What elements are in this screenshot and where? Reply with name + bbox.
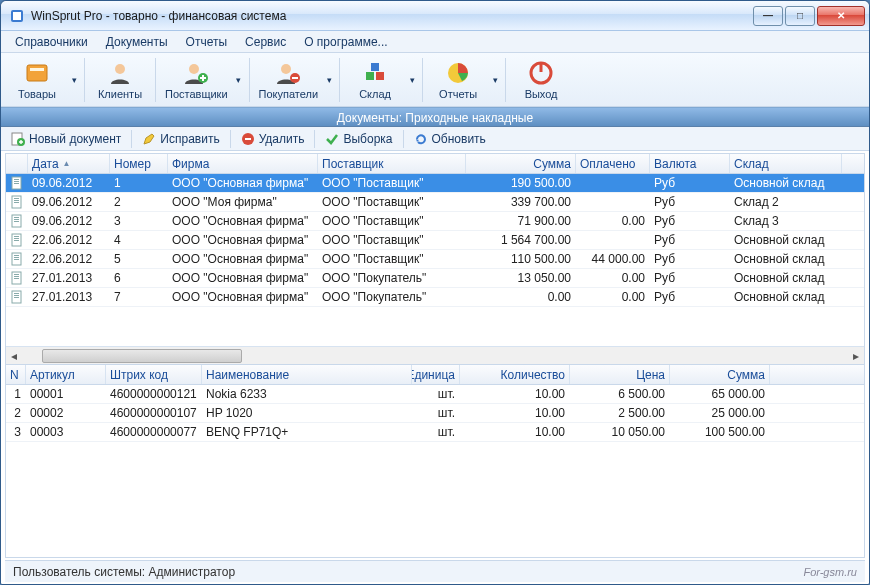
toolbar-goods[interactable]: Товары (5, 55, 69, 105)
toolbar-buyers-dropdown[interactable]: ▾ (322, 55, 336, 105)
edit-label: Исправить (160, 132, 219, 146)
items-grid-header: N Артикул Штрих код Наименование Единица… (6, 365, 864, 385)
svg-rect-45 (14, 297, 19, 298)
cell-date: 09.06.2012 (28, 175, 110, 191)
col-supplier[interactable]: Поставщик (318, 154, 466, 173)
col-unit[interactable]: Единица (412, 365, 460, 384)
refresh-button[interactable]: Обновить (408, 130, 492, 148)
scroll-thumb[interactable] (42, 349, 242, 363)
close-button[interactable]: ✕ (817, 6, 865, 26)
svg-rect-36 (14, 257, 19, 258)
table-row[interactable]: 27.01.20137ООО "Основная фирма"ООО "Поку… (6, 288, 864, 307)
window-title: WinSprut Pro - товарно - финансовая сист… (31, 9, 751, 23)
power-icon (528, 60, 554, 86)
col-sum[interactable]: Сумма (466, 154, 576, 173)
delete-button[interactable]: Удалить (235, 130, 311, 148)
goods-icon (24, 60, 50, 86)
cell-paid: 44 000.00 (576, 251, 650, 267)
col-warehouse[interactable]: Склад (730, 154, 842, 173)
col-price[interactable]: Цена (570, 365, 670, 384)
edit-button[interactable]: Исправить (136, 130, 225, 148)
cell-article: 00003 (26, 424, 106, 440)
cell-currency: Руб (650, 251, 730, 267)
menu-servis[interactable]: Сервис (237, 33, 294, 51)
person-icon (107, 60, 133, 86)
cell-number: 2 (110, 194, 168, 210)
col-n[interactable]: N (6, 365, 26, 384)
table-row[interactable]: 2000024600000000107HP 1020шт.10.002 500.… (6, 404, 864, 423)
cell-currency: Руб (650, 289, 730, 305)
col-number[interactable]: Номер (110, 154, 168, 173)
table-row[interactable]: 22.06.20125ООО "Основная фирма"ООО "Пост… (6, 250, 864, 269)
toolbar-vendors-dropdown[interactable]: ▾ (232, 55, 246, 105)
cell-currency: Руб (650, 175, 730, 191)
col-qty[interactable]: Количество (460, 365, 570, 384)
col-icon[interactable] (6, 154, 28, 173)
table-row[interactable]: 09.06.20121ООО "Основная фирма"ООО "Пост… (6, 174, 864, 193)
toolbar-reports-label: Отчеты (439, 88, 477, 100)
documents-h-scrollbar[interactable]: ◂ ▸ (6, 346, 864, 364)
table-row[interactable]: 09.06.20122ООО "Моя фирма"ООО "Поставщик… (6, 193, 864, 212)
delete-label: Удалить (259, 132, 305, 146)
menu-documenty[interactable]: Документы (98, 33, 176, 51)
cell-barcode: 4600000000107 (106, 405, 202, 421)
cell-sum: 13 050.00 (466, 270, 576, 286)
cell-n: 1 (6, 386, 26, 402)
cell-number: 5 (110, 251, 168, 267)
toolbar-goods-dropdown[interactable]: ▾ (67, 55, 81, 105)
toolbar-vendors[interactable]: Поставщики (159, 55, 234, 105)
toolbar-buyers[interactable]: Покупатели (253, 55, 325, 105)
cell-number: 1 (110, 175, 168, 191)
toolbar-stock-dropdown[interactable]: ▾ (405, 55, 419, 105)
cell-firm: ООО "Основная фирма" (168, 213, 318, 229)
svg-rect-39 (14, 274, 19, 275)
scroll-right-icon[interactable]: ▸ (848, 348, 864, 364)
table-row[interactable]: 1000014600000000121Nokia 6233шт.10.006 5… (6, 385, 864, 404)
toolbar-reports-dropdown[interactable]: ▾ (488, 55, 502, 105)
table-row[interactable]: 27.01.20136ООО "Основная фирма"ООО "Поку… (6, 269, 864, 288)
cell-price: 10 050.00 (570, 424, 670, 440)
cell-warehouse: Основной склад (730, 289, 842, 305)
toolbar-reports[interactable]: Отчеты (426, 55, 490, 105)
document-icon (6, 252, 28, 266)
delete-icon (241, 132, 255, 146)
col-currency[interactable]: Валюта (650, 154, 730, 173)
col-barcode[interactable]: Штрих код (106, 365, 202, 384)
svg-rect-33 (14, 240, 19, 241)
menu-otchety[interactable]: Отчеты (178, 33, 235, 51)
toolbar-exit[interactable]: Выход (509, 55, 573, 105)
menu-spravochniki[interactable]: Справочники (7, 33, 96, 51)
maximize-button[interactable]: □ (785, 6, 815, 26)
col-date[interactable]: Дата▲ (28, 154, 110, 173)
new-document-button[interactable]: Новый документ (5, 130, 127, 148)
minimize-button[interactable]: — (753, 6, 783, 26)
cell-date: 09.06.2012 (28, 213, 110, 229)
svg-rect-44 (14, 295, 19, 296)
table-row[interactable]: 22.06.20124ООО "Основная фирма"ООО "Пост… (6, 231, 864, 250)
cell-name: Nokia 6233 (202, 386, 412, 402)
scroll-left-icon[interactable]: ◂ (6, 348, 22, 364)
cell-date: 27.01.2013 (28, 270, 110, 286)
toolbar-clients[interactable]: Клиенты (88, 55, 152, 105)
cell-number: 3 (110, 213, 168, 229)
boxes-icon (362, 60, 388, 86)
col-name[interactable]: Наименование (202, 365, 412, 384)
col-article[interactable]: Артикул (26, 365, 106, 384)
col-paid[interactable]: Оплачено (576, 154, 650, 173)
cell-name: BENQ FP71Q+ (202, 424, 412, 440)
col-firm[interactable]: Фирма (168, 154, 318, 173)
menu-about[interactable]: О программе... (296, 33, 395, 51)
col-total[interactable]: Сумма (670, 365, 770, 384)
svg-rect-19 (14, 179, 19, 180)
cell-article: 00001 (26, 386, 106, 402)
table-row[interactable]: 09.06.20123ООО "Основная фирма"ООО "Пост… (6, 212, 864, 231)
filter-button[interactable]: Выборка (319, 130, 398, 148)
svg-rect-31 (14, 236, 19, 237)
toolbar-stock[interactable]: Склад (343, 55, 407, 105)
pencil-icon (142, 132, 156, 146)
items-grid-body[interactable]: 1000014600000000121Nokia 6233шт.10.006 5… (6, 385, 864, 557)
titlebar: WinSprut Pro - товарно - финансовая сист… (1, 1, 869, 31)
cell-currency: Руб (650, 213, 730, 229)
documents-grid-body[interactable]: 09.06.20121ООО "Основная фирма"ООО "Пост… (6, 174, 864, 346)
table-row[interactable]: 3000034600000000077BENQ FP71Q+шт.10.0010… (6, 423, 864, 442)
